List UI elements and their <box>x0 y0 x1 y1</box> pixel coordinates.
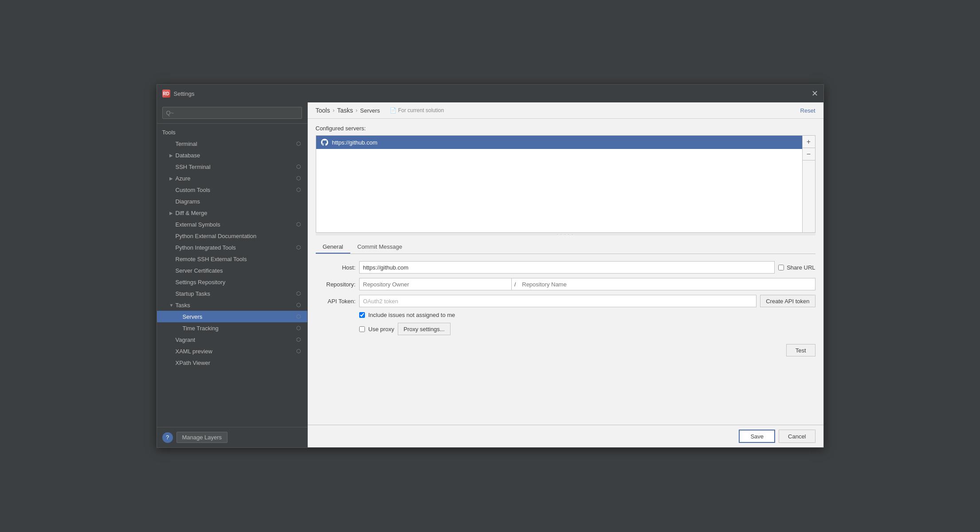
arrow-icon: ▶ <box>169 153 176 158</box>
tabs-area: General Commit Message <box>316 240 815 254</box>
reset-button[interactable]: Reset <box>800 107 815 114</box>
layer-icon: ⬡ <box>295 140 302 147</box>
main-panel: Tools › Tasks › Servers 📄 For current so… <box>308 102 823 447</box>
sidebar-item-settings-repo[interactable]: Settings Repository <box>157 276 307 288</box>
breadcrumb-sep-1: › <box>333 107 334 113</box>
dialog-footer: Save Cancel <box>308 425 823 447</box>
share-url-checkbox[interactable] <box>778 265 784 270</box>
server-item-github[interactable]: https://github.com <box>316 136 802 149</box>
sidebar-item-database[interactable]: ▶ Database <box>157 149 307 161</box>
save-button[interactable]: Save <box>739 430 775 443</box>
api-token-input[interactable] <box>359 295 757 307</box>
repo-row: / <box>359 278 815 290</box>
tools-section: Tools Terminal ⬡ ▶ Database SSH Terminal <box>157 124 307 371</box>
share-url-row: Share URL <box>778 264 815 271</box>
host-label: Host: <box>316 264 356 271</box>
use-proxy-label[interactable]: Use proxy <box>368 326 395 332</box>
layer-icon: ⬡ <box>295 313 302 320</box>
arrow-icon: ▶ <box>169 211 176 215</box>
layer-icon-stack: ⬡ <box>295 348 302 355</box>
breadcrumb: Tools › Tasks › Servers 📄 For current so… <box>308 102 823 119</box>
window-title: Settings <box>174 90 195 97</box>
layer-icon: ⬡ <box>295 301 302 309</box>
arrow-icon: ▼ <box>169 303 176 308</box>
sidebar-item-diagrams[interactable]: Diagrams <box>157 196 307 207</box>
repo-owner-input[interactable] <box>359 278 512 290</box>
sidebar-item-xpath-viewer[interactable]: XPath Viewer <box>157 357 307 368</box>
layer-icon: ⬡ <box>295 290 302 297</box>
api-token-label: API Token: <box>316 298 356 305</box>
layer-icon-stack: ⬡ <box>295 186 302 193</box>
layer-icon: ⬡ <box>295 163 302 170</box>
search-input[interactable] <box>162 107 302 119</box>
sidebar-item-vagrant[interactable]: Vagrant ⬡ <box>157 334 307 345</box>
sidebar-item-diff-merge[interactable]: ▶ Diff & Merge <box>157 207 307 219</box>
breadcrumb-sep-2: › <box>356 107 357 113</box>
servers-list-container: https://github.com + − <box>316 135 815 233</box>
sidebar-item-tasks[interactable]: ▼ Tasks ⬡ <box>157 299 307 311</box>
panel-content: Configured servers: https://github.com <box>308 119 823 425</box>
sidebar-item-xaml-preview[interactable]: XAML preview ⬡ <box>157 345 307 357</box>
sidebar: Tools Terminal ⬡ ▶ Database SSH Terminal <box>157 102 308 447</box>
host-row: Host: Share URL <box>316 261 815 274</box>
share-url-label[interactable]: Share URL <box>787 264 815 271</box>
add-server-button[interactable]: + <box>803 136 815 148</box>
tab-commit-message[interactable]: Commit Message <box>350 240 409 254</box>
sidebar-item-servers[interactable]: Servers ⬡ <box>157 311 307 322</box>
sidebar-item-startup-tasks[interactable]: Startup Tasks ⬡ <box>157 288 307 299</box>
configured-label: Configured servers: <box>316 125 815 132</box>
sidebar-scroll: Tools Terminal ⬡ ▶ Database SSH Terminal <box>157 124 307 427</box>
breadcrumb-servers: Servers <box>360 107 380 114</box>
sidebar-item-remote-ssh[interactable]: Remote SSH External Tools <box>157 253 307 265</box>
sidebar-item-terminal[interactable]: Terminal ⬡ <box>157 138 307 149</box>
sidebar-item-custom-tools[interactable]: Custom Tools ⬡ <box>157 184 307 196</box>
breadcrumb-tasks: Tasks <box>337 107 353 114</box>
repo-name-input[interactable] <box>518 278 815 290</box>
close-button[interactable]: ✕ <box>811 90 818 98</box>
create-api-token-button[interactable]: Create API token <box>760 295 815 307</box>
layer-icon: ⬡ <box>295 336 302 343</box>
sidebar-item-time-tracking[interactable]: Time Tracking ⬡ <box>157 322 307 334</box>
repo-separator: / <box>512 278 519 290</box>
sidebar-footer: ? Manage Layers <box>157 427 307 447</box>
sidebar-item-python-ext-doc[interactable]: Python External Documentation <box>157 230 307 242</box>
title-bar: RD Settings ✕ <box>157 85 823 102</box>
sidebar-item-ssh-terminal[interactable]: SSH Terminal ⬡ <box>157 161 307 172</box>
issues-row: Include issues not assigned to me <box>316 312 815 318</box>
layer-icon: ⬡ <box>295 244 302 251</box>
repository-row: Repository: / <box>316 278 815 290</box>
include-issues-label[interactable]: Include issues not assigned to me <box>368 312 455 318</box>
api-token-row: API Token: Create API token <box>316 295 815 307</box>
proxy-settings-button[interactable]: Proxy settings... <box>398 323 450 335</box>
manage-layers-button[interactable]: Manage Layers <box>176 432 228 443</box>
remove-server-button[interactable]: − <box>803 148 815 160</box>
sidebar-item-python-integrated[interactable]: Python Integrated Tools ⬡ <box>157 242 307 253</box>
include-issues-checkbox[interactable] <box>359 312 365 318</box>
host-input[interactable] <box>359 261 775 274</box>
repository-label: Repository: <box>316 281 356 288</box>
proxy-row: Use proxy Proxy settings... <box>316 323 815 335</box>
sidebar-item-server-certs[interactable]: Server Certificates <box>157 265 307 276</box>
api-row: Create API token <box>359 295 815 307</box>
server-url: https://github.com <box>332 139 378 146</box>
search-box <box>157 102 307 124</box>
use-proxy-checkbox[interactable] <box>359 326 365 332</box>
servers-list: https://github.com <box>316 135 803 233</box>
form-area: Host: Share URL Repository: / <box>316 254 815 364</box>
tab-general[interactable]: General <box>316 240 350 254</box>
arrow-icon: ▶ <box>169 176 176 181</box>
sidebar-item-external-symbols[interactable]: External Symbols ⬡ <box>157 219 307 230</box>
main-content: Tools Terminal ⬡ ▶ Database SSH Terminal <box>157 102 823 447</box>
layer-icon: ⬡ <box>295 325 302 332</box>
layer-icon: ⬡ <box>295 175 302 182</box>
test-button[interactable]: Test <box>786 344 815 356</box>
breadcrumb-tools: Tools <box>316 107 330 114</box>
breadcrumb-note: 📄 For current solution <box>390 107 444 113</box>
cancel-button[interactable]: Cancel <box>779 430 815 443</box>
list-buttons: + − <box>803 135 815 233</box>
sidebar-section-tools[interactable]: Tools <box>157 126 307 138</box>
sidebar-item-azure[interactable]: ▶ Azure ⬡ <box>157 172 307 184</box>
resize-handle[interactable]: · · · · · <box>316 233 815 235</box>
app-icon: RD <box>162 90 170 98</box>
help-button[interactable]: ? <box>162 432 173 443</box>
